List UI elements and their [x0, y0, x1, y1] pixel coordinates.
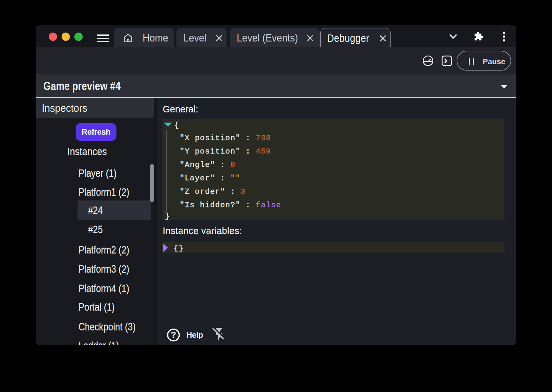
svg-text:?: ?	[171, 330, 176, 340]
